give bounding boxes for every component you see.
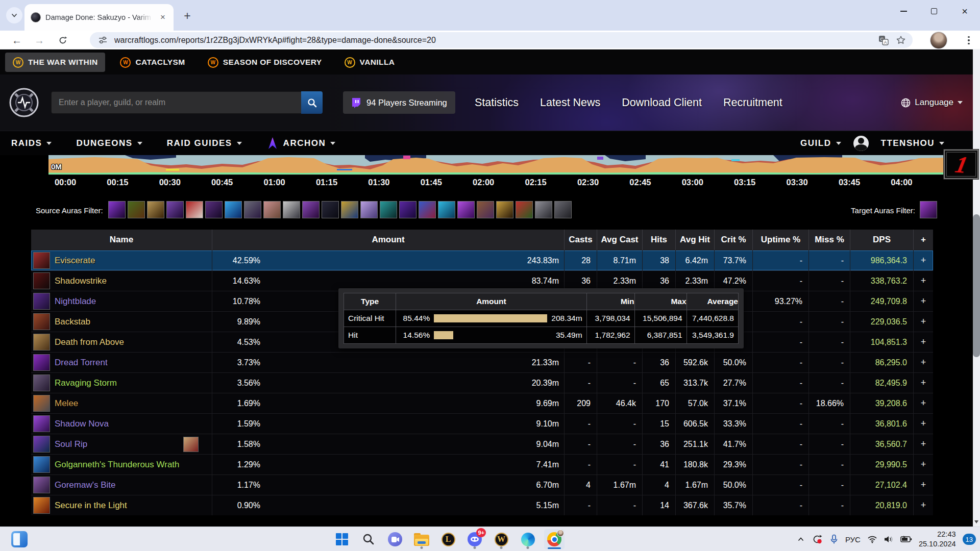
ability-name[interactable]: Goremaw's Bite <box>55 480 115 490</box>
table-row[interactable]: Secure in the Light 0.90% 5.15m - - 14 3… <box>31 495 933 515</box>
browser-tab[interactable]: Damage Done: Sakuzyo - Varim × <box>24 4 174 31</box>
column-header-amount[interactable]: Amount <box>212 230 564 250</box>
screen-recording-icon[interactable] <box>812 534 823 545</box>
version-tab-the-war-within[interactable]: W THE WAR WITHIN <box>5 53 105 72</box>
expand-row-button[interactable]: + <box>913 353 933 372</box>
ability-name[interactable]: Eviscerate <box>55 256 95 266</box>
link-recruitment[interactable]: Recruitment <box>723 96 782 109</box>
aura-icon[interactable] <box>438 201 455 218</box>
column-header-avg-hit[interactable]: Avg Hit <box>675 230 714 250</box>
table-row[interactable]: Melee 1.69% 9.69m 209 46.4k 170 57.0k 37… <box>31 393 933 413</box>
tab-list-chevron-button[interactable] <box>6 7 22 23</box>
aura-icon[interactable] <box>263 201 281 218</box>
volume-icon[interactable] <box>884 535 894 543</box>
expand-row-button[interactable]: + <box>913 455 933 474</box>
ability-name[interactable]: Dread Torrent <box>55 358 108 368</box>
aura-icon[interactable] <box>147 201 164 218</box>
expand-row-button[interactable]: + <box>913 332 933 352</box>
window-close-button[interactable]: × <box>949 0 980 22</box>
microphone-icon[interactable] <box>829 534 839 544</box>
version-tab-season-of-discovery[interactable]: W SEASON OF DISCOVERY <box>200 53 330 72</box>
table-row[interactable]: Golganneth's Thunderous Wrath 1.29% 7.41… <box>31 454 933 474</box>
expand-row-button[interactable]: + <box>913 291 933 311</box>
reload-button[interactable] <box>55 33 70 48</box>
ability-name[interactable]: Shadowstrike <box>55 276 107 286</box>
ability-name[interactable]: Shadow Nova <box>55 419 109 429</box>
column-header-name[interactable]: Name <box>31 230 212 250</box>
tab-close-icon[interactable]: × <box>157 12 168 23</box>
ability-name[interactable]: Death from Above <box>55 337 124 347</box>
nav-guild[interactable]: GUILD <box>800 138 841 148</box>
aura-icon[interactable] <box>322 201 339 218</box>
table-row[interactable]: Eviscerate 42.59% 243.83m 28 8.71m 38 6.… <box>31 250 933 270</box>
column-header-uptime[interactable]: Uptime % <box>752 230 808 250</box>
taskbar-corner-app-icon[interactable] <box>11 531 28 547</box>
translate-icon[interactable]: GA <box>878 35 889 46</box>
aura-icon[interactable] <box>457 201 475 218</box>
nav-raid-guides[interactable]: RAID GUIDES <box>167 138 242 148</box>
notification-count-badge[interactable]: 13 <box>963 534 976 545</box>
table-row[interactable]: Dread Torrent 3.73% 21.33m - - 36 592.6k… <box>31 352 933 372</box>
table-row[interactable]: Soul Rip 1.58% 9.04m - - 36 251.1k 41.7%… <box>31 434 933 454</box>
table-row[interactable]: Ravaging Storm 3.56% 20.39m - - 65 313.7… <box>31 372 933 393</box>
taskbar-wow-button[interactable]: W <box>491 529 511 549</box>
tray-chevron-up-icon[interactable] <box>797 535 805 543</box>
browser-menu-icon[interactable] <box>963 33 975 48</box>
forward-button[interactable]: → <box>32 33 47 48</box>
table-row[interactable]: Shadowstrike 14.63% 83.74m 36 2.33m 36 2… <box>31 270 933 291</box>
taskbar-edge-button[interactable] <box>518 529 538 549</box>
aura-icon[interactable] <box>186 201 203 218</box>
nav-archon[interactable]: ARCHON <box>266 137 336 150</box>
taskbar-search-button[interactable] <box>358 529 379 549</box>
aura-icon[interactable] <box>419 201 436 218</box>
ability-name[interactable]: Secure in the Light <box>55 500 127 511</box>
version-tab-vanilla[interactable]: W VANILLA <box>337 53 403 72</box>
aura-icon[interactable] <box>516 201 533 218</box>
expand-row-button[interactable]: + <box>913 495 933 515</box>
expand-row-button[interactable]: + <box>913 373 933 393</box>
aura-icon[interactable] <box>535 201 552 218</box>
column-header-expand[interactable]: + <box>913 230 933 250</box>
taskbar-league-of-legends-button[interactable]: L <box>438 529 458 549</box>
ability-name[interactable]: Nightblade <box>55 296 96 307</box>
column-header-dps[interactable]: DPS <box>850 230 913 250</box>
expand-row-button[interactable]: + <box>913 312 933 332</box>
ability-name[interactable]: Melee <box>55 398 78 409</box>
aura-icon[interactable] <box>166 201 184 218</box>
aura-icon[interactable] <box>341 201 358 218</box>
table-row[interactable]: Shadow Nova 1.59% 9.10m - - 15 606.5k 33… <box>31 413 933 434</box>
ability-name[interactable]: Backstab <box>55 317 90 327</box>
wifi-icon[interactable] <box>867 535 877 543</box>
ability-name[interactable]: Ravaging Storm <box>55 378 117 388</box>
target-aura-icon[interactable] <box>920 201 937 218</box>
aura-icon[interactable] <box>225 201 242 218</box>
taskbar-chat-button[interactable] <box>385 529 405 549</box>
scrollbar-down-arrow[interactable] <box>973 517 980 527</box>
bookmark-star-icon[interactable] <box>895 35 906 46</box>
expand-row-button[interactable]: + <box>913 251 933 270</box>
aura-icon[interactable] <box>477 201 494 218</box>
nav-dungeons[interactable]: DUNGEONS <box>76 138 142 148</box>
user-avatar[interactable] <box>853 136 869 151</box>
version-tab-cataclysm[interactable]: W CATACLYSM <box>112 53 192 72</box>
aura-icon[interactable] <box>205 201 223 218</box>
column-header-casts[interactable]: Casts <box>564 230 597 250</box>
back-button[interactable]: ← <box>9 33 24 48</box>
taskbar-clock[interactable]: 22:43 25.10.2024 <box>919 530 956 549</box>
aura-icon[interactable] <box>360 201 378 218</box>
browser-profile-avatar[interactable] <box>930 32 947 49</box>
keyboard-language-indicator[interactable]: РУС <box>845 535 861 544</box>
aura-icon[interactable] <box>128 201 145 218</box>
nav-user-menu[interactable]: TTENSHOU <box>881 138 945 148</box>
expand-row-button[interactable]: + <box>913 414 933 434</box>
aura-icon[interactable] <box>554 201 572 218</box>
search-input[interactable] <box>51 91 301 114</box>
search-button[interactable] <box>301 91 323 114</box>
battery-icon[interactable] <box>900 536 912 543</box>
link-download-client[interactable]: Download Client <box>622 96 702 109</box>
aura-icon[interactable] <box>399 201 416 218</box>
taskbar-file-explorer-button[interactable] <box>411 529 432 549</box>
window-minimize-button[interactable] <box>888 0 919 22</box>
column-header-hits[interactable]: Hits <box>642 230 675 250</box>
table-row[interactable]: Goremaw's Bite 1.17% 6.70m 4 1.67m 4 1.6… <box>31 474 933 495</box>
